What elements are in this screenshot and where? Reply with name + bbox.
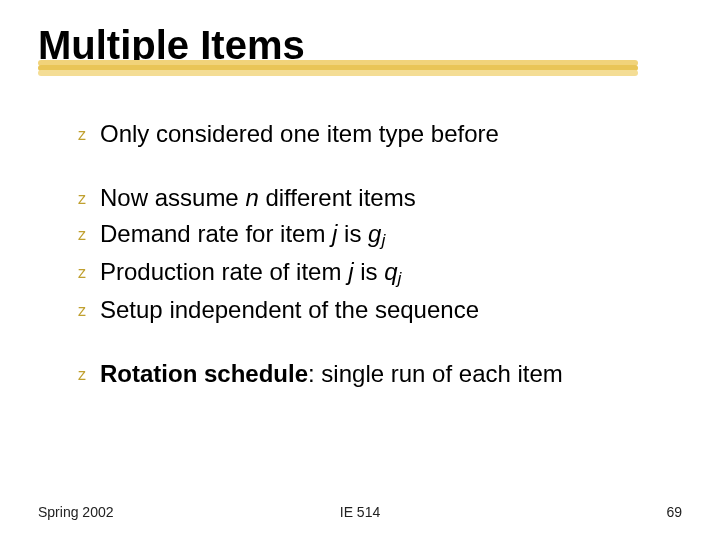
bullet-group: zRotation schedule: single run of each i…	[78, 356, 678, 392]
bullet-line: zRotation schedule: single run of each i…	[78, 356, 678, 392]
text-segment: different items	[259, 184, 416, 211]
bullet-line: zNow assume n different items	[78, 180, 678, 216]
footer-center: IE 514	[38, 504, 682, 520]
text-segment: q	[384, 258, 397, 285]
slide: Multiple Items zOnly considered one item…	[0, 0, 720, 540]
text-segment: j	[398, 268, 402, 288]
bullet-icon: z	[78, 299, 86, 323]
text-segment: is	[353, 258, 384, 285]
footer-right: 69	[666, 504, 682, 520]
bullet-line: zDemand rate for item j is gj	[78, 216, 678, 254]
title-block: Multiple Items	[38, 24, 678, 78]
slide-footer: Spring 2002 IE 514 69	[38, 504, 682, 520]
bullet-group: zNow assume n different itemszDemand rat…	[78, 180, 678, 328]
bullet-line: zOnly considered one item type before	[78, 116, 678, 152]
text-segment: is	[337, 220, 368, 247]
bullet-icon: z	[78, 223, 86, 247]
text-segment: Now assume	[100, 184, 245, 211]
text-segment: Only considered one item type before	[100, 120, 499, 147]
text-segment: Setup independent of the sequence	[100, 296, 479, 323]
text-segment: n	[245, 184, 258, 211]
text-segment: g	[368, 220, 381, 247]
text-segment: j	[381, 230, 385, 250]
bullet-line: zProduction rate of item j is qj	[78, 254, 678, 292]
bullet-line: zSetup independent of the sequence	[78, 292, 678, 328]
text-segment: Production rate of item	[100, 258, 348, 285]
text-segment: : single run of each item	[308, 360, 563, 387]
text-segment: Demand rate for item	[100, 220, 332, 247]
bullet-group: zOnly considered one item type before	[78, 116, 678, 152]
slide-body: zOnly considered one item type beforezNo…	[78, 116, 678, 420]
bullet-icon: z	[78, 363, 86, 387]
bullet-icon: z	[78, 261, 86, 285]
text-segment: Rotation schedule	[100, 360, 308, 387]
bullet-icon: z	[78, 187, 86, 211]
bullet-icon: z	[78, 123, 86, 147]
underline-stroke	[38, 70, 638, 76]
footer-left: Spring 2002	[38, 504, 114, 520]
title-underline	[38, 60, 638, 78]
